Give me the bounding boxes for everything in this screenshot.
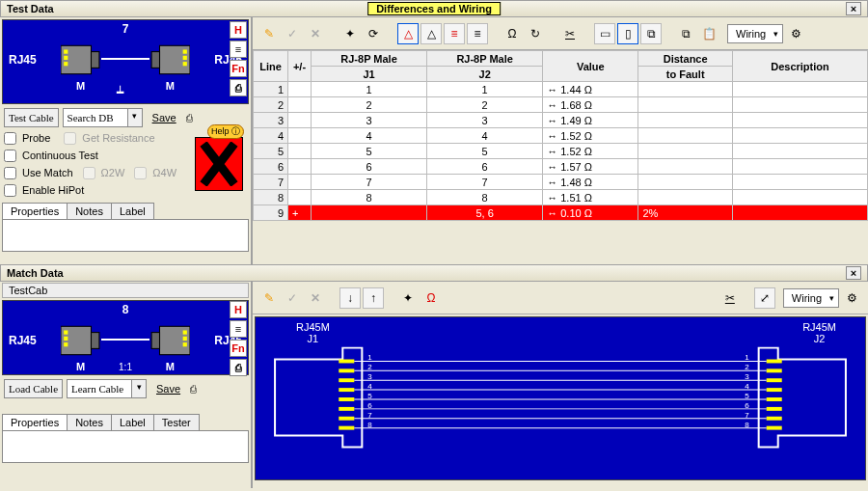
save-match-button[interactable]: Save <box>150 383 186 395</box>
svg-rect-13 <box>64 337 68 341</box>
test-cable-button[interactable]: Test Cable <box>4 108 59 127</box>
mini-bars-button[interactable]: ≡ <box>230 41 247 58</box>
col-j1a[interactable]: RJ-8P Male <box>312 51 427 67</box>
up-button[interactable]: ↑ <box>363 287 384 309</box>
close-icon[interactable]: × <box>846 2 861 15</box>
col-value[interactable]: Value <box>543 51 638 82</box>
mini-fn-button-m[interactable]: Fn <box>230 340 247 357</box>
diff-wiring-badge: Differences and Wiring <box>367 2 501 15</box>
learn-cable-dropdown[interactable]: ▾ <box>132 379 147 398</box>
svg-rect-51 <box>767 417 782 421</box>
table-row[interactable]: 111↔ 1.44 Ω <box>254 82 868 97</box>
tri-black-button[interactable]: △ <box>420 23 442 44</box>
pencil-button-m[interactable]: ✎ <box>258 287 280 309</box>
col-dist1[interactable]: Distance <box>638 51 733 67</box>
fail-indicator: Help ⓘ <box>195 137 243 191</box>
probe-label: Probe <box>22 132 50 144</box>
col-desc[interactable]: Description <box>733 51 868 82</box>
omega-button-m[interactable]: Ω <box>420 287 442 309</box>
usematch-checkbox[interactable] <box>4 167 16 179</box>
pencil-button[interactable]: ✎ <box>258 23 280 44</box>
gear-button[interactable]: ⚙ <box>785 23 806 44</box>
search-db-input[interactable] <box>63 108 128 127</box>
svg-rect-56 <box>767 426 782 430</box>
view1-button[interactable]: ▭ <box>594 23 615 44</box>
svg-rect-6 <box>151 52 159 68</box>
hipot-checkbox[interactable] <box>4 184 16 197</box>
col-j2b[interactable]: J2 <box>427 67 543 82</box>
col-j1b[interactable]: J1 <box>312 67 427 82</box>
save-test-button[interactable]: Save <box>147 112 182 123</box>
wand-button-m[interactable]: ✦ <box>397 287 419 309</box>
wand-button[interactable]: ✦ <box>339 23 361 44</box>
mini-fn-button[interactable]: Fn <box>230 60 247 77</box>
svg-rect-17 <box>183 331 187 335</box>
getres-checkbox <box>64 132 76 145</box>
load-cable-button[interactable]: Load Cable <box>4 379 63 398</box>
table-row[interactable]: 777↔ 1.48 Ω <box>254 175 868 190</box>
tab-notes-test[interactable]: Notes <box>67 203 112 219</box>
expand-button[interactable]: ⤢ <box>754 287 775 309</box>
mini-print-button-m[interactable]: ⎙ <box>230 359 247 376</box>
mini-h-button[interactable]: H <box>230 21 247 39</box>
down-button[interactable]: ↓ <box>339 287 361 309</box>
check-button-m[interactable]: ✓ <box>282 287 303 309</box>
tab-properties-match[interactable]: Properties <box>2 414 68 430</box>
learn-cable-input[interactable] <box>67 379 132 398</box>
match-data-title: Match Data <box>7 267 64 279</box>
wiring-select[interactable]: Wiring ▾ <box>727 24 783 43</box>
scissors-button-m[interactable]: ✂ <box>719 287 741 309</box>
wiring-select-m[interactable]: Wiring ▾ <box>783 288 839 308</box>
table-row[interactable]: 444↔ 1.52 Ω <box>254 128 868 144</box>
bars-red-button[interactable]: ≡ <box>444 23 465 44</box>
mini-bars-button-m[interactable]: ≡ <box>230 320 247 338</box>
omega-button[interactable]: Ω <box>502 23 523 44</box>
hipot-label: Enable HiPot <box>22 184 84 196</box>
col-j2a[interactable]: RJ-8P Male <box>427 51 543 67</box>
copy-button[interactable]: ⧉ <box>675 23 696 44</box>
paste-button[interactable]: 📋 <box>698 23 719 44</box>
print-icon[interactable]: ⎙ <box>186 112 193 123</box>
tri-red-button[interactable]: △ <box>397 23 419 44</box>
tab-tester-match[interactable]: Tester <box>153 414 200 430</box>
close-icon-match[interactable]: × <box>846 266 861 280</box>
x-button-m[interactable]: ✕ <box>305 287 326 309</box>
search-db-dropdown[interactable]: ▾ <box>128 108 143 127</box>
testcab-label: TestCab <box>2 283 249 298</box>
gear-button-m[interactable]: ⚙ <box>841 287 862 309</box>
short-row[interactable]: 9+5, 6↔ 0.10 Ω2% <box>254 205 868 221</box>
cable-line-m <box>101 339 149 341</box>
col-dist2[interactable]: to Fault <box>638 67 733 82</box>
j2-label: RJ45MJ2 <box>802 321 836 344</box>
match-toolbar: ✎ ✓ ✕ ↓ ↑ ✦ Ω ✂ ⤢ Wiring ▾ ⚙ <box>253 282 868 314</box>
col-pm[interactable]: +/- <box>288 51 312 82</box>
print-icon-m[interactable]: ⎙ <box>190 383 197 395</box>
tab-properties-test[interactable]: Properties <box>2 203 68 219</box>
check-button[interactable]: ✓ <box>282 23 303 44</box>
tab-notes-match[interactable]: Notes <box>67 414 112 430</box>
probe-checkbox[interactable] <box>4 132 16 145</box>
mini-print-button[interactable]: ⎙ <box>230 79 247 96</box>
mini-h-button-m[interactable]: H <box>230 301 247 318</box>
table-row[interactable]: 888↔ 1.51 Ω <box>254 190 868 205</box>
connector-left-icon <box>61 41 101 78</box>
col-line[interactable]: Line <box>254 51 288 82</box>
refresh-button[interactable]: ⟳ <box>363 23 384 44</box>
svg-text:6: 6 <box>745 401 749 410</box>
continuous-checkbox[interactable] <box>4 150 16 162</box>
table-row[interactable]: 555↔ 1.52 Ω <box>254 144 868 159</box>
table-row[interactable]: 666↔ 1.57 Ω <box>254 159 868 175</box>
view3-button[interactable]: ⧉ <box>640 23 662 44</box>
help-badge[interactable]: Help ⓘ <box>207 124 244 139</box>
table-row[interactable]: 222↔ 1.68 Ω <box>254 97 868 113</box>
table-row[interactable]: 333↔ 1.49 Ω <box>254 113 868 128</box>
cycle-button[interactable]: ↻ <box>525 23 546 44</box>
svg-text:1: 1 <box>745 354 749 363</box>
view2-button[interactable]: ▯ <box>617 23 638 44</box>
scissors-button[interactable]: ✂ <box>559 23 581 44</box>
x-button[interactable]: ✕ <box>305 23 326 44</box>
svg-rect-2 <box>64 50 68 54</box>
tab-label-match[interactable]: Label <box>111 414 154 430</box>
bars-black-button[interactable]: ≡ <box>467 23 488 44</box>
tab-label-test[interactable]: Label <box>111 203 154 219</box>
